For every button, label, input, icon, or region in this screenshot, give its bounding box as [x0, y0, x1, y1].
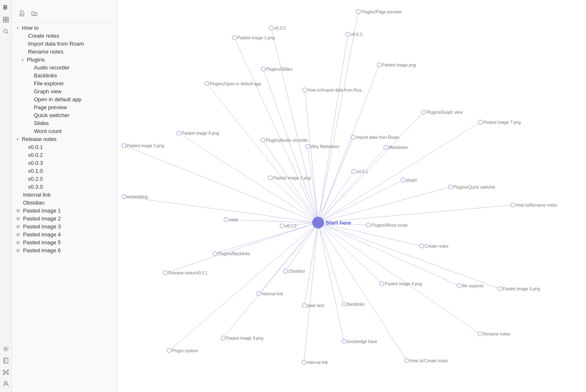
svg-point-125 [302, 303, 306, 307]
svg-point-19 [5, 382, 7, 384]
svg-line-58 [318, 223, 500, 289]
svg-point-119 [283, 269, 288, 273]
svg-text:vault: vault [229, 218, 238, 222]
tree-item-pasted-image-6[interactable]: ⊞Pasted image 6 [12, 246, 117, 254]
svg-point-67 [269, 26, 273, 30]
tree-item-v0.0.1[interactable]: v0.0.1 [12, 143, 117, 151]
svg-point-131 [457, 284, 461, 288]
svg-point-137 [342, 339, 346, 343]
tree-item-obsidian[interactable]: Obsidian [12, 199, 117, 207]
tree-item-how-to[interactable]: ▾How to [12, 24, 117, 32]
svg-line-16 [7, 371, 8, 372]
graph-icon[interactable] [1, 368, 10, 377]
svg-rect-4 [6, 20, 8, 22]
svg-text:file explorer: file explorer [462, 284, 484, 288]
svg-text:How to/Create notes: How to/Create notes [410, 359, 448, 363]
svg-text:Create notes: Create notes [424, 244, 448, 249]
svg-line-51 [285, 223, 318, 271]
tree-item-v0.2.0[interactable]: v0.2.0 [12, 175, 117, 183]
tree-item-quick-switcher[interactable]: Quick switcher [12, 111, 117, 119]
svg-text:How to/Rename notes: How to/Rename notes [516, 203, 557, 208]
svg-point-127 [342, 302, 346, 306]
svg-text:Plugins/Open in default app: Plugins/Open in default app [210, 82, 261, 86]
svg-text:Internal link: Internal link [262, 292, 283, 296]
tree-item-release-notes[interactable]: ▾Release notes [12, 135, 117, 143]
new-folder-button[interactable] [29, 8, 39, 18]
file-icon [26, 65, 32, 71]
tree-item-rename-notes[interactable]: Rename notes [12, 48, 117, 56]
svg-point-117 [213, 251, 217, 256]
file-icon [20, 176, 26, 182]
tree-item-v0.1.0[interactable]: v0.1.0 [12, 167, 117, 175]
file-icon [26, 113, 32, 118]
svg-text:Start here: Start here [326, 220, 351, 226]
svg-point-107 [280, 224, 284, 228]
notebook-icon[interactable] [1, 356, 10, 365]
tree-item-internal-link[interactable]: Internal link [12, 191, 117, 199]
svg-point-89 [122, 143, 126, 148]
tree-item-graph-view[interactable]: Graph view [12, 87, 117, 95]
tree-item-pasted-image-2[interactable]: ⊞Pasted image 2 [12, 215, 117, 223]
main-graph[interactable]: Plugins/Page previewv0.3.0v0.0.3Pasted i… [117, 0, 586, 392]
svg-text:Rename notes: Rename notes [483, 332, 510, 336]
file-icon [26, 97, 32, 102]
tree-item-file-explorer[interactable]: File explorer [12, 79, 117, 87]
svg-point-14 [7, 374, 8, 375]
image-icon: ⊞ [15, 248, 21, 254]
tree-item-page-preview[interactable]: Page preview [12, 103, 117, 111]
svg-text:How to/Import data from Roa...: How to/Import data from Roa... [308, 88, 365, 92]
file-icon [26, 128, 32, 134]
tree-item-v0.0.2[interactable]: v0.0.2 [12, 151, 117, 159]
new-file-button[interactable] [17, 8, 27, 18]
file-icon [20, 144, 26, 150]
svg-point-81 [422, 110, 426, 114]
tree-item-pasted-image-3[interactable]: ⊞Pasted image 3 [12, 223, 117, 231]
svg-text:plain text: plain text [307, 303, 324, 308]
tree-item-backlinks[interactable]: Backlinks [12, 72, 117, 79]
svg-line-35 [263, 140, 318, 223]
svg-text:Backlinks: Backlinks [347, 302, 365, 307]
svg-line-42 [270, 178, 318, 223]
tree-item-import-data-from-roam[interactable]: Import data from Roam [12, 40, 117, 48]
svg-text:Plugins/Word count: Plugins/Word count [371, 223, 408, 228]
person-icon[interactable] [1, 379, 10, 389]
svg-text:v0.3.0: v0.3.0 [274, 26, 286, 31]
tree-item-word-count[interactable]: Word count [12, 127, 117, 135]
svg-point-143 [302, 360, 306, 364]
svg-text:Plugins/Slides: Plugins/Slides [266, 67, 293, 72]
tree-item-pasted-image-4[interactable]: ⊞Pasted image 4 [12, 231, 117, 238]
svg-point-65 [356, 10, 360, 14]
tree-item-create-notes[interactable]: Create notes [12, 32, 117, 40]
settings-icon[interactable] [1, 344, 10, 354]
svg-text:plugin: plugin [406, 178, 417, 182]
tree-item-v0.3.0[interactable]: v0.3.0 [12, 183, 117, 191]
svg-text:Pasted image 5.png: Pasted image 5.png [127, 143, 164, 148]
file-icon [20, 152, 26, 158]
files-icon[interactable] [1, 3, 10, 13]
graph-svg: Plugins/Page previewv0.3.0v0.0.3Pasted i… [117, 0, 586, 392]
svg-point-133 [498, 287, 502, 291]
svg-point-12 [7, 370, 8, 372]
blocks-icon[interactable] [1, 15, 10, 24]
svg-line-36 [124, 146, 318, 223]
tree-item-open-in-default-app[interactable]: Open in default app [12, 95, 117, 103]
svg-text:Markdown: Markdown [389, 145, 408, 150]
tree-item-pasted-image-5[interactable]: ⊞Pasted image 5 [12, 238, 117, 246]
tree-item-slides[interactable]: Slides [12, 119, 117, 127]
tree-item-plugins[interactable]: ▾Plugins [12, 56, 117, 64]
tree-item-audio-recorder[interactable]: Audio recorder [12, 64, 117, 72]
file-icon [20, 160, 26, 166]
svg-text:internal link: internal link [307, 360, 329, 365]
svg-line-31 [305, 90, 318, 223]
svg-point-103 [448, 185, 452, 189]
svg-text:v0.0.3: v0.0.3 [351, 32, 362, 37]
svg-point-139 [221, 336, 225, 340]
svg-point-135 [478, 332, 482, 336]
svg-text:Plugins/Page preview: Plugins/Page preview [361, 10, 402, 14]
svg-text:Plugin system: Plugin system [172, 348, 198, 353]
tree-item-v0.0.3[interactable]: v0.0.3 [12, 159, 117, 167]
file-icon [20, 49, 26, 55]
svg-point-77 [205, 82, 209, 86]
search-icon[interactable] [1, 27, 10, 36]
tree-item-pasted-image-1[interactable]: ⊞Pasted image 1 [12, 207, 117, 215]
